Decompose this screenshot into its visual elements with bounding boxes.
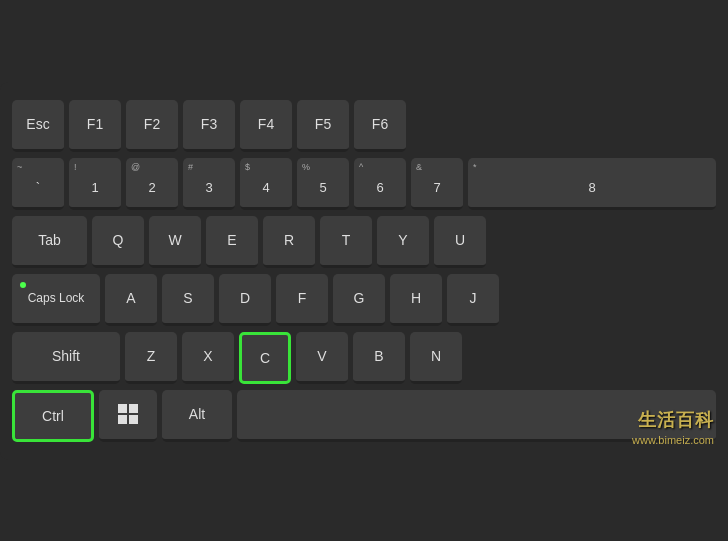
key-e[interactable]: E	[206, 216, 258, 268]
key-b[interactable]: B	[353, 332, 405, 384]
key-f6[interactable]: F6	[354, 100, 406, 152]
key-tab[interactable]: Tab	[12, 216, 87, 268]
windows-icon	[118, 404, 138, 424]
key-h[interactable]: H	[390, 274, 442, 326]
key-z[interactable]: Z	[125, 332, 177, 384]
key-4[interactable]: $4	[240, 158, 292, 210]
key-u[interactable]: U	[434, 216, 486, 268]
qwerty-row: Tab Q W E R T Y U	[12, 216, 716, 268]
key-s[interactable]: S	[162, 274, 214, 326]
key-win[interactable]	[99, 390, 157, 442]
watermark-chinese: 生活百科	[638, 408, 714, 432]
fn-row: Esc F1 F2 F3 F4 F5 F6 F7	[12, 100, 716, 152]
key-y[interactable]: Y	[377, 216, 429, 268]
key-j[interactable]: J	[447, 274, 499, 326]
key-q[interactable]: Q	[92, 216, 144, 268]
key-shift-left[interactable]: Shift	[12, 332, 120, 384]
key-6[interactable]: ^6	[354, 158, 406, 210]
asdf-row: Caps Lock A S D F G H J	[12, 274, 716, 326]
key-a[interactable]: A	[105, 274, 157, 326]
key-8[interactable]: *8	[468, 158, 716, 210]
key-w[interactable]: W	[149, 216, 201, 268]
key-tilde[interactable]: ~`	[12, 158, 64, 210]
key-alt-left[interactable]: Alt	[162, 390, 232, 442]
key-7[interactable]: &7	[411, 158, 463, 210]
key-5[interactable]: %5	[297, 158, 349, 210]
key-f2[interactable]: F2	[126, 100, 178, 152]
key-n[interactable]: N	[410, 332, 462, 384]
key-2[interactable]: @2	[126, 158, 178, 210]
key-c[interactable]: C	[239, 332, 291, 384]
caps-lock-indicator	[20, 282, 26, 288]
key-capslock[interactable]: Caps Lock	[12, 274, 100, 326]
watermark: 生活百科 www.bimeiz.com	[632, 408, 714, 446]
key-v[interactable]: V	[296, 332, 348, 384]
key-f5[interactable]: F5	[297, 100, 349, 152]
key-f3[interactable]: F3	[183, 100, 235, 152]
key-f1[interactable]: F1	[69, 100, 121, 152]
keyboard: Esc F1 F2 F3 F4 F5 F6 F7 ~` !1 @2 #3 $4 …	[0, 82, 728, 460]
zxcv-row: Shift Z X C V B N	[12, 332, 716, 384]
bottom-row: Ctrl Alt	[12, 390, 716, 442]
key-1[interactable]: !1	[69, 158, 121, 210]
key-d[interactable]: D	[219, 274, 271, 326]
key-f[interactable]: F	[276, 274, 328, 326]
key-3[interactable]: #3	[183, 158, 235, 210]
key-ctrl-left[interactable]: Ctrl	[12, 390, 94, 442]
key-f4[interactable]: F4	[240, 100, 292, 152]
key-t[interactable]: T	[320, 216, 372, 268]
key-r[interactable]: R	[263, 216, 315, 268]
number-row: ~` !1 @2 #3 $4 %5 ^6 &7 *8	[12, 158, 716, 210]
watermark-url: www.bimeiz.com	[632, 434, 714, 446]
key-esc[interactable]: Esc	[12, 100, 64, 152]
key-g[interactable]: G	[333, 274, 385, 326]
key-x[interactable]: X	[182, 332, 234, 384]
